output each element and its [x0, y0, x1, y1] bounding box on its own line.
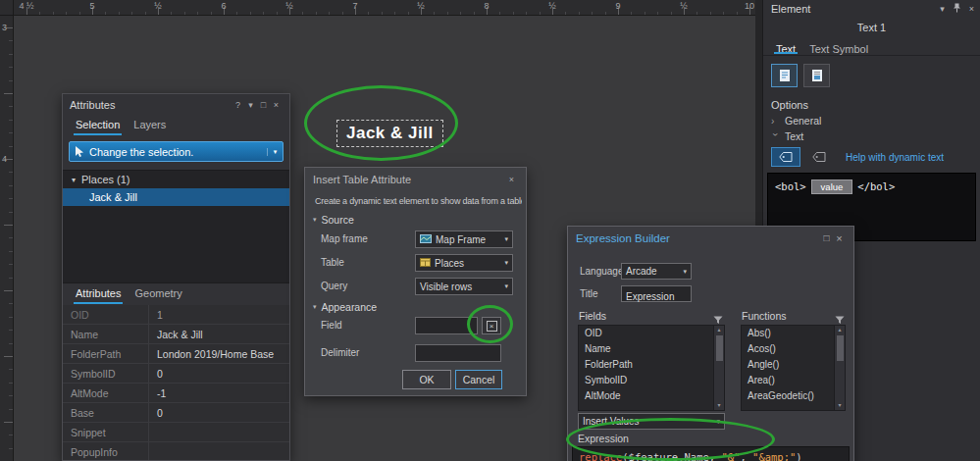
map-frame-icon	[420, 234, 432, 245]
value-token-chip[interactable]: value	[811, 179, 853, 194]
field-value[interactable]	[149, 423, 289, 441]
element-panel-header: Element ▾ ×	[763, 0, 980, 15]
code-token: ,	[740, 451, 752, 461]
general-section-row[interactable]: › General	[763, 113, 980, 128]
x-box-icon: ×	[487, 321, 497, 332]
field-picker-button[interactable]: ×	[482, 317, 501, 334]
tree-expander-icon[interactable]: ▾	[72, 176, 76, 184]
tree-node-jack-and-jill-selected[interactable]: Jack & Jill	[63, 188, 289, 206]
text-pages-icon-button[interactable]	[771, 64, 798, 87]
dialog-titlebar: Insert Table Attribute ×	[305, 168, 526, 191]
delimiter-label: Delimiter	[321, 344, 359, 362]
ok-button[interactable]: OK	[402, 370, 451, 389]
ruler-label: ½	[680, 1, 688, 11]
title-input[interactable]	[622, 289, 691, 304]
functions-list-item[interactable]: Abs()	[742, 326, 845, 341]
field-name: Base	[63, 403, 149, 422]
text-insert-icon-button[interactable]	[803, 64, 830, 87]
close-icon[interactable]: ×	[505, 173, 518, 186]
table-row: FolderPath London 2019/Home Base	[63, 344, 289, 364]
ruler-label: ½	[417, 1, 425, 11]
field-value[interactable]: -1	[149, 384, 289, 402]
dynamic-text-toolbar: Help with dynamic text	[763, 144, 980, 173]
chevron-down-icon[interactable]: ▾	[244, 98, 257, 112]
ruler-label: ½	[548, 1, 556, 11]
source-section-header[interactable]: ▾ Source	[313, 214, 354, 226]
map-frame-dropdown[interactable]: Map Frame ▾	[415, 230, 513, 248]
float-window-icon[interactable]: □	[257, 98, 270, 112]
pin-icon[interactable]	[953, 3, 961, 15]
table-row: Snippet	[63, 423, 289, 442]
code-token: .Name	[678, 451, 709, 461]
ruler-label: 5	[89, 1, 94, 11]
close-icon[interactable]: ×	[833, 231, 846, 245]
functions-list-item[interactable]: Area()	[742, 373, 845, 388]
title-input-wrap	[621, 285, 692, 302]
insert-values-label: Insert Values	[583, 416, 640, 427]
close-icon[interactable]: ×	[969, 4, 974, 14]
fields-scrollbar[interactable]: ▴ ▾	[713, 326, 724, 410]
fields-list-item[interactable]: SymbolID	[579, 373, 724, 388]
close-icon[interactable]: ×	[270, 98, 283, 112]
attributes-table: OID 1 Name Jack & Jill FolderPath London…	[63, 305, 289, 460]
fields-list-item[interactable]: FolderPath	[579, 357, 724, 373]
attributes-panel-tabs: Selection Layers	[63, 116, 289, 136]
cursor-arrow-icon	[70, 144, 89, 160]
field-value[interactable]: Jack & Jill	[149, 325, 289, 343]
functions-scrollbar[interactable]: ▴ ▾	[834, 326, 845, 410]
tab-text[interactable]: Text	[769, 40, 802, 55]
field-value[interactable]: London 2019/Home Base	[149, 344, 289, 363]
scroll-up-icon[interactable]: ▴	[717, 326, 720, 334]
help-icon[interactable]: ?	[232, 98, 244, 112]
maximize-icon[interactable]: □	[820, 231, 833, 245]
expression-code-editor[interactable]: replace($feature.Name, "&", "&amp;")	[572, 446, 850, 461]
fields-list-item[interactable]: OID	[579, 326, 724, 341]
appearance-section-header[interactable]: ▾ Appearance	[313, 301, 377, 313]
change-selection-dropdown-button[interactable]: Change the selection. ▾	[69, 141, 284, 162]
field-name: AltMode	[63, 384, 149, 402]
fields-list-item[interactable]: AltMode	[579, 388, 724, 404]
field-value[interactable]: 1	[149, 305, 289, 324]
field-value[interactable]: 0	[149, 364, 289, 383]
text-section-row[interactable]: › Text	[763, 128, 980, 144]
tab-selection[interactable]: Selection	[69, 116, 127, 136]
section-label: Source	[322, 214, 354, 226]
fields-list-item[interactable]: Name	[579, 341, 724, 357]
field-value[interactable]	[149, 442, 289, 460]
functions-list-item[interactable]: Acos()	[742, 341, 845, 357]
help-with-dynamic-text-link[interactable]: Help with dynamic text	[846, 152, 944, 163]
functions-list-item[interactable]: Angle()	[742, 357, 845, 373]
table-row: AltMode -1	[63, 384, 289, 403]
functions-list-item[interactable]: AreaGeodetic()	[742, 388, 845, 404]
field-input-wrap	[415, 317, 478, 334]
tab-geometry[interactable]: Geometry	[128, 284, 188, 305]
title-label: Title	[580, 285, 598, 303]
ruler-label: 10	[745, 1, 754, 11]
insert-values-dropdown[interactable]: Insert Values ▾	[578, 413, 725, 430]
query-dropdown[interactable]: Visible rows ▾	[415, 278, 513, 295]
language-dropdown[interactable]: Arcade ▾	[621, 263, 692, 280]
field-input[interactable]	[416, 321, 477, 336]
tab-layers[interactable]: Layers	[127, 116, 173, 136]
chevron-down-icon[interactable]: ▾	[940, 4, 945, 14]
scroll-down-icon[interactable]: ▾	[838, 401, 841, 410]
ruler-label: 7	[352, 1, 357, 11]
table-row: OID 1	[63, 305, 289, 325]
tag-icon-button-active[interactable]	[771, 147, 800, 167]
tab-attributes[interactable]: Attributes	[69, 284, 128, 305]
delimiter-input[interactable]	[416, 348, 500, 364]
scrollbar-thumb[interactable]	[837, 335, 844, 361]
tab-text-symbol[interactable]: Text Symbol	[802, 40, 875, 55]
scroll-up-icon[interactable]: ▴	[838, 326, 841, 334]
scrollbar-thumb[interactable]	[716, 335, 723, 361]
section-chevron-icon: ▾	[313, 216, 317, 224]
table-dropdown[interactable]: Places ▾	[415, 254, 513, 272]
field-value[interactable]: 0	[149, 403, 289, 422]
fields-header: Fields	[579, 310, 606, 322]
tree-node-places[interactable]: ▾ Places (1)	[63, 171, 289, 188]
tag-icon-button[interactable]	[804, 147, 834, 167]
scroll-down-icon[interactable]: ▾	[717, 401, 720, 410]
field-name: OID	[63, 305, 149, 324]
text-element-jack-and-jill[interactable]: Jack & Jill	[336, 120, 443, 147]
cancel-button[interactable]: Cancel	[455, 370, 502, 389]
